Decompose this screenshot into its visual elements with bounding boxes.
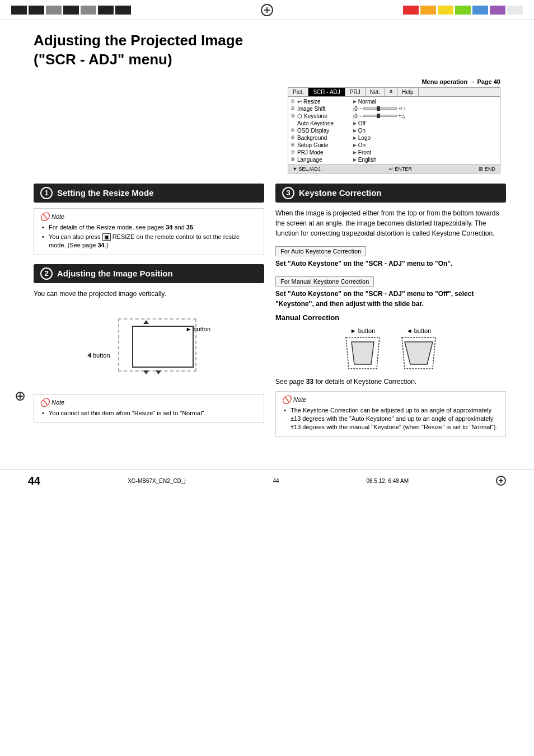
- up-arrows: [143, 320, 149, 324]
- top-bar: [0, 0, 534, 20]
- keystone-right-svg: [340, 336, 385, 370]
- margin-crosshair: [16, 392, 25, 401]
- svg-marker-3: [405, 342, 433, 364]
- auto-keystone-label: For Auto Keystone Correction: [275, 246, 366, 256]
- right-column: 3 Keystone Correction When the image is …: [275, 184, 506, 442]
- bar-block-3: [46, 6, 62, 15]
- keystone-right-label: ► button: [340, 327, 385, 334]
- page-number: 44: [28, 475, 40, 487]
- section2-note-list: You cannot set this item when "Resize" i…: [40, 409, 258, 417]
- menu-tab-pict: Pict.: [288, 88, 308, 96]
- section2-header: 2 Adjusting the Image Position: [34, 264, 264, 283]
- keystone-left-svg: [396, 336, 441, 370]
- footer-crosshair: [496, 476, 506, 486]
- bar-block-4: [63, 6, 79, 15]
- right-button-label: ► button: [185, 326, 210, 332]
- btn-right-text: ► button: [185, 326, 210, 332]
- arrow-left-icon: [87, 353, 91, 358]
- bar-block-2: [29, 6, 44, 15]
- footer-left-text: XG-MB67X_EN2_CD_j: [128, 478, 185, 484]
- menu-row-keystone: ③ ⬡ Keystone [ 0 − +△: [288, 112, 500, 120]
- svg-marker-1: [352, 342, 374, 364]
- manual-keystone-label: For Manual Keystone Correction: [275, 276, 374, 287]
- menu-footer-sel: ✦ SEL./ADJ.: [293, 166, 322, 172]
- section1-number: 1: [40, 187, 53, 199]
- section2-title: Adjusting the Image Position: [57, 269, 173, 278]
- menu-row-osd: ④ OSD Display ▶ On: [288, 127, 500, 134]
- keystone-figure-right: ► button: [340, 327, 385, 371]
- bar-block-6: [98, 6, 114, 15]
- footer-crosshair-icon: [496, 476, 506, 486]
- section1-header: 1 Setting the Resize Mode: [34, 184, 264, 203]
- menu-row-image-shift: ② Image Shift [ 0 − +□: [288, 105, 500, 112]
- section3-note-item: The Keystone Correction can be adjusted …: [284, 406, 500, 432]
- keystone-figure-left: ◄ button: [396, 327, 441, 371]
- section1-note-list: For details of the Resize mode, see page…: [40, 223, 258, 250]
- footer-right-text: 06.5.12, 6:48 AM: [366, 478, 409, 484]
- bottom-bar: 44 XG-MB67X_EN2_CD_j 44 06.5.12, 6:48 AM: [0, 469, 534, 492]
- bar-block-7: [115, 6, 131, 15]
- note-item-2: You can also press ▣ RESIZE on the remot…: [42, 233, 258, 250]
- section2-note-item: You cannot set this item when "Resize" i…: [42, 409, 258, 417]
- menu-tab-icon: ⚘: [385, 88, 397, 96]
- keystone-icon: ⬡: [297, 113, 302, 119]
- color-block-blue: [472, 6, 488, 15]
- btn-left-text: button: [93, 352, 110, 359]
- menu-header: Pict. SCR - ADJ PRJ Net. ⚘ Help: [288, 88, 500, 97]
- menu-tab-prj: PRJ: [345, 88, 366, 96]
- menu-tab-net: Net.: [366, 88, 385, 96]
- bar-block-5: [81, 6, 96, 15]
- section2-note: 🚫 Note You cannot set this item when "Re…: [34, 394, 264, 422]
- section1-note: 🚫 Note For details of the Resize mode, s…: [34, 208, 264, 255]
- left-column: 1 Setting the Resize Mode 🚫 Note For det…: [34, 184, 264, 442]
- crosshair-icon: [261, 4, 273, 16]
- section3-note: 🚫 Note The Keystone Correction can be ad…: [275, 391, 506, 437]
- menu-footer-enter: ↵ ENTER: [389, 166, 412, 172]
- section2-note-title: 🚫 Note: [40, 398, 258, 407]
- section2-description: You can move the projected image vertica…: [34, 289, 264, 299]
- down-arrow-1: [143, 370, 149, 374]
- menu-footer: ✦ SEL./ADJ. ↵ ENTER ⊠ END: [288, 165, 500, 173]
- footer-center-text: 44: [273, 478, 279, 484]
- section1-note-title: 🚫 Note: [40, 212, 258, 221]
- menu-row-background: ⑤ Background ▶ Logo: [288, 134, 500, 142]
- page-title-text: Adjusting the Projected Image ("SCR - AD…: [34, 31, 506, 69]
- menu-row-prj-mode: ⑦ PRJ Mode ▶ Front: [288, 149, 500, 156]
- slider-minus-icon2: −: [359, 113, 363, 119]
- page-title: Adjusting the Projected Image ("SCR - AD…: [34, 31, 506, 69]
- section3-header: 3 Keystone Correction: [275, 184, 506, 203]
- menu-row-language: ⑧ Language ▶ English: [288, 156, 500, 163]
- color-block-orange: [420, 6, 436, 15]
- left-button-label: button: [87, 352, 110, 359]
- diagram-container: button ► button: [87, 310, 210, 383]
- menu-row-resize: ① ↩ Resize ▶ Normal: [288, 98, 500, 105]
- color-block-green: [455, 6, 471, 15]
- note-icon: 🚫: [40, 212, 49, 221]
- auto-keystone-instruction: Set "Auto Keystone" on the "SCR - ADJ" m…: [275, 259, 506, 269]
- top-bar-center: [131, 4, 403, 16]
- see-page-text: See page 33 for details of Keystone Corr…: [275, 377, 506, 387]
- image-position-diagram: button ► button: [34, 307, 264, 386]
- section3-description: When the image is projected either from …: [275, 208, 506, 238]
- manual-keystone-instruction: Set "Auto Keystone" on the "SCR - ADJ" m…: [275, 289, 506, 309]
- color-block-gray: [507, 6, 523, 15]
- section2-number: 2: [40, 267, 53, 280]
- color-block-purple: [490, 6, 505, 15]
- color-block-yellow: [438, 6, 453, 15]
- menu-row-auto-keystone: Auto Keystone ▶ Off: [288, 120, 500, 127]
- up-arrow-1: [143, 320, 149, 324]
- menu-row-setup-guide: ⑥ Setup Guide ▶ On: [288, 142, 500, 149]
- down-arrow-2: [156, 370, 161, 374]
- section1-title: Setting the Resize Mode: [57, 188, 154, 198]
- menu-op-note: Menu operation → Page 40: [421, 78, 506, 85]
- note-item-1: For details of the Resize mode, see page…: [42, 223, 258, 232]
- slider-minus-icon: −: [359, 106, 363, 112]
- top-bar-left-blocks: [11, 6, 131, 15]
- menu-tab-scr-adj: SCR - ADJ: [308, 88, 345, 96]
- note2-icon: 🚫: [40, 398, 49, 407]
- section3-note-list: The Keystone Correction can be adjusted …: [282, 406, 500, 432]
- menu-rows: ① ↩ Resize ▶ Normal ② Image Shift [ 0: [288, 97, 500, 165]
- section3-number: 3: [282, 187, 294, 199]
- section3-note-title: 🚫 Note: [282, 395, 500, 404]
- menu-tab-help: Help: [397, 88, 419, 96]
